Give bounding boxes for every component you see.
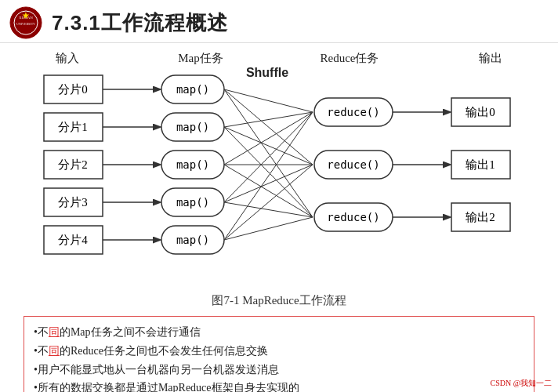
svg-text:reduce(): reduce() <box>327 211 379 223</box>
svg-text:reduce(): reduce() <box>327 106 379 118</box>
page: XIDIAN UNIVERSITY 7.3.1工作流程概述 输入 Map任务 R… <box>0 0 558 392</box>
svg-text:输出2: 输出2 <box>466 211 495 223</box>
col-label-input: 输入 <box>36 51 99 66</box>
main-content: 输入 Map任务 Reduce任务 输出 分片0 <box>0 43 558 392</box>
svg-text:reduce(): reduce() <box>327 158 379 171</box>
svg-text:UNIVERSITY: UNIVERSITY <box>16 22 35 26</box>
svg-text:map(): map() <box>176 158 209 171</box>
column-labels: 输入 Map任务 Reduce任务 输出 <box>36 51 522 66</box>
bullet-4-text: •所有的数据交换都是通过MapReduce框架自身去实现的 <box>34 379 299 392</box>
bullets-box: •不同的Map任务之间不会进行通信 •不同的Reduce任务之间也不会发生任何信… <box>24 316 534 392</box>
svg-text:输出1: 输出1 <box>466 158 495 171</box>
bullet-1-text: •不同的Map任务之间不会进行通信 <box>34 323 201 342</box>
bullet-3: •用户不能显式地从一台机器向另一台机器发送消息 <box>34 361 524 379</box>
page-title: 7.3.1工作流程概述 <box>52 9 228 37</box>
bullet-2: •不同的Reduce任务之间也不会发生任何信息交换 <box>34 342 524 361</box>
svg-text:map(): map() <box>176 234 209 246</box>
svg-text:分片0: 分片0 <box>58 83 88 96</box>
svg-text:输出0: 输出0 <box>466 106 495 118</box>
col-label-map: Map任务 <box>161 51 240 66</box>
bullet-1: •不同的Map任务之间不会进行通信 <box>34 323 524 342</box>
logo-icon: XIDIAN UNIVERSITY <box>9 6 42 39</box>
svg-text:分片1: 分片1 <box>58 121 88 133</box>
diagram-container: 输入 Map任务 Reduce任务 输出 分片0 <box>24 51 534 289</box>
diagram-wrapper: 输入 Map任务 Reduce任务 输出 分片0 <box>36 51 522 289</box>
svg-line-35 <box>224 127 313 165</box>
svg-text:分片3: 分片3 <box>58 196 88 209</box>
svg-text:map(): map() <box>176 121 209 133</box>
watermark: CSDN @我知一二 <box>491 378 552 389</box>
highlight-2: 同 <box>49 345 60 357</box>
bullet-3-text: •用户不能显式地从一台机器向另一台机器发送消息 <box>34 361 279 379</box>
bullet-4: •所有的数据交换都是通过MapReduce框架自身去实现的 <box>34 379 524 392</box>
svg-text:分片2: 分片2 <box>58 158 88 171</box>
col-label-output: 输出 <box>459 51 522 66</box>
highlight-1: 同 <box>49 326 60 338</box>
header: XIDIAN UNIVERSITY 7.3.1工作流程概述 <box>0 0 558 43</box>
svg-text:map(): map() <box>176 83 209 96</box>
bullet-2-text: •不同的Reduce任务之间也不会发生任何信息交换 <box>34 342 268 361</box>
svg-text:分片4: 分片4 <box>58 234 88 246</box>
mapreduce-diagram: 分片0 分片1 分片2 分片3 分片4 <box>36 67 522 285</box>
diagram-caption: 图7-1 MapReduce工作流程 <box>24 293 534 308</box>
svg-text:Shuffle: Shuffle <box>246 67 288 79</box>
col-label-reduce: Reduce任务 <box>303 51 397 66</box>
svg-line-41 <box>224 165 313 202</box>
svg-text:map(): map() <box>176 196 209 209</box>
